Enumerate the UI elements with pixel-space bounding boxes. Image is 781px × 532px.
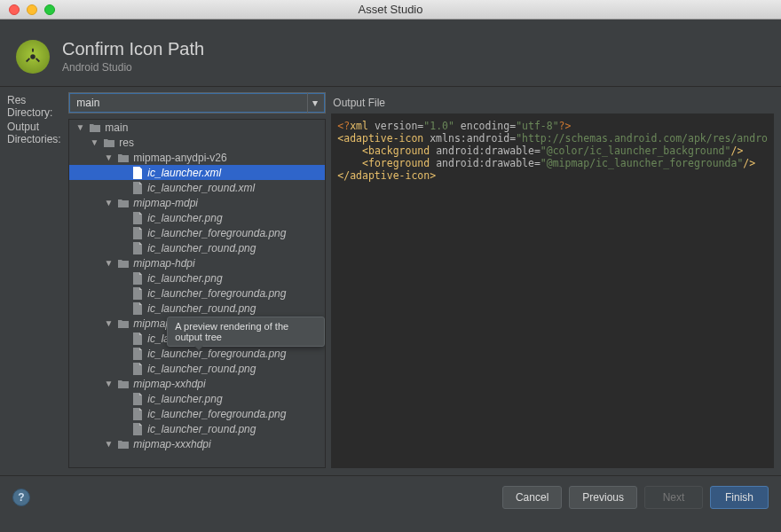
tree-item-label: ic_launcher_foregrounda.png (147, 348, 286, 360)
file-icon (131, 363, 144, 375)
file-icon (131, 423, 144, 435)
titlebar: Asset Studio (0, 0, 781, 20)
previous-button[interactable]: Previous (569, 486, 637, 509)
file-icon (131, 167, 144, 179)
file-icon (131, 212, 144, 224)
tree-folder-row[interactable]: ▼mipmap-hdpi (69, 255, 325, 270)
cancel-button[interactable]: Cancel (502, 486, 562, 509)
file-icon (131, 287, 144, 300)
tree-item-label: ic_launcher_round.png (147, 363, 256, 375)
file-icon (131, 182, 144, 194)
tree-item-label: mipmap-xxxhdpi (133, 438, 210, 450)
button-row: Cancel Previous Next Finish (502, 486, 769, 509)
tree-file-row[interactable]: ic_launcher_foregrounda.png (69, 225, 325, 240)
expand-arrow-icon[interactable]: ▼ (75, 122, 85, 132)
tree-item-label: mipmap-anydpi-v26 (133, 152, 226, 164)
tree-item-label: mipmap-mdpi (133, 197, 198, 209)
tree-item-label: mipmap-xxhdpi (133, 378, 205, 390)
finish-button[interactable]: Finish (710, 486, 769, 509)
code-line: <background android:drawable="@color/ic_… (337, 145, 768, 157)
tree-folder-row[interactable]: ▼mipmap-xxhdpi (69, 376, 325, 391)
expand-arrow-icon[interactable]: ▼ (103, 153, 114, 162)
output-file-viewer[interactable]: <?xml version="1.0" encoding="utf-8"?><a… (331, 113, 774, 468)
dialog-title: Confirm Icon Path (62, 39, 204, 59)
tree-item-label: ic_launcher.png (147, 212, 222, 224)
file-icon (131, 332, 144, 345)
tree-file-row[interactable]: ic_launcher.png (69, 391, 325, 406)
tree-folder-row[interactable]: ▼mipmap-mdpi (69, 195, 325, 210)
tree-folder-row[interactable]: ▼mipmap-anydpi-v26 (69, 150, 325, 165)
code-line: <?xml version="1.0" encoding="utf-8"?> (337, 120, 768, 132)
folder-icon (117, 439, 130, 450)
res-directory-label: Res Directory: (7, 96, 63, 117)
tree-file-row[interactable]: ic_launcher_round.xml (69, 180, 325, 195)
tree-item-label: ic_launcher_foregrounda.png (147, 408, 286, 420)
expand-arrow-icon[interactable]: ▼ (103, 258, 114, 268)
file-icon (131, 408, 144, 420)
middle-column: main ▾ ▼main▼res▼mipmap-anydpi-v26ic_lau… (68, 92, 326, 468)
chevron-down-icon: ▾ (307, 93, 321, 113)
combo-value: main (76, 97, 99, 109)
tree-folder-row[interactable]: ▼mipmap-xxxhdpi (69, 436, 325, 451)
tree-item-label: ic_launcher.png (147, 272, 222, 285)
file-icon (131, 227, 144, 239)
help-button[interactable]: ? (12, 489, 30, 506)
svg-point-0 (30, 54, 36, 59)
folder-icon (117, 198, 130, 208)
file-icon (131, 348, 144, 360)
code-line: </adaptive-icon> (337, 169, 768, 182)
tree-item-label: mipmap-hdpi (133, 257, 194, 270)
dialog-subtitle: Android Studio (62, 61, 204, 74)
form-labels-column: Res Directory: Output Directories: (7, 92, 63, 468)
tree-file-row[interactable]: ic_launcher.png (69, 270, 325, 286)
tree-item-label: main (105, 121, 128, 134)
dialog-header: Confirm Icon Path Android Studio (0, 20, 781, 87)
folder-icon (103, 137, 115, 148)
tree-file-row[interactable]: ic_launcher.png (69, 210, 325, 225)
tree-item-label: ic_launcher_round.png (147, 423, 256, 435)
tree-folder-row[interactable]: ▼main (69, 120, 325, 135)
tree-file-row[interactable]: ic_launcher_round.png (69, 240, 325, 255)
tree-file-row[interactable]: ic_launcher_foregrounda.png (69, 406, 325, 421)
tree-item-label: ic_launcher_round.png (147, 242, 256, 254)
expand-arrow-icon[interactable]: ▼ (103, 318, 114, 328)
file-icon (131, 272, 144, 285)
tree-file-row[interactable]: ic_launcher_round.png (69, 421, 325, 436)
tree-file-row[interactable]: ic_launcher_round.png (69, 301, 325, 316)
code-line: <adaptive-icon xmlns:android="http://sch… (337, 132, 768, 145)
expand-arrow-icon[interactable]: ▼ (103, 439, 114, 449)
code-line: <foreground android:drawable="@mipmap/ic… (337, 157, 768, 169)
output-file-label: Output File (331, 92, 774, 113)
tree-folder-row[interactable]: ▼res (69, 135, 325, 150)
tree-item-label: ic_launcher.xml (147, 167, 221, 179)
res-directory-combo[interactable]: main ▾ (68, 92, 326, 113)
output-directories-tree[interactable]: ▼main▼res▼mipmap-anydpi-v26ic_launcher.x… (68, 119, 326, 468)
tree-file-row[interactable]: ic_launcher.xml (69, 165, 325, 180)
file-icon (131, 302, 144, 315)
tree-tooltip: A preview rendering of the output tree (167, 317, 325, 347)
file-icon (131, 242, 144, 254)
tree-item-label: ic_launcher_round.png (147, 302, 256, 315)
output-directories-label: Output Directories: (7, 122, 63, 144)
tree-item-label: ic_launcher_round.xml (147, 182, 255, 194)
window-title: Asset Studio (0, 3, 781, 16)
dialog-footer: ? Cancel Previous Next Finish (0, 475, 781, 518)
tree-item-label: ic_launcher_foregrounda.png (147, 227, 286, 239)
folder-icon (117, 318, 130, 329)
next-button: Next (644, 486, 703, 509)
folder-icon (117, 379, 130, 389)
folder-icon (117, 153, 130, 163)
tree-file-row[interactable]: ic_launcher_round.png (69, 361, 325, 376)
tree-item-label: res (119, 137, 134, 149)
tree-file-row[interactable]: ic_launcher_foregrounda.png (69, 286, 325, 301)
tree-item-label: ic_launcher_foregrounda.png (147, 287, 286, 300)
expand-arrow-icon[interactable]: ▼ (103, 379, 114, 388)
expand-arrow-icon[interactable]: ▼ (89, 137, 99, 147)
expand-arrow-icon[interactable]: ▼ (103, 198, 114, 207)
file-icon (131, 393, 144, 405)
right-column: Output File <?xml version="1.0" encoding… (331, 92, 774, 468)
tree-item-label: ic_launcher.png (147, 393, 222, 405)
folder-icon (117, 258, 130, 269)
folder-icon (89, 122, 101, 133)
android-studio-logo-icon (16, 40, 50, 74)
